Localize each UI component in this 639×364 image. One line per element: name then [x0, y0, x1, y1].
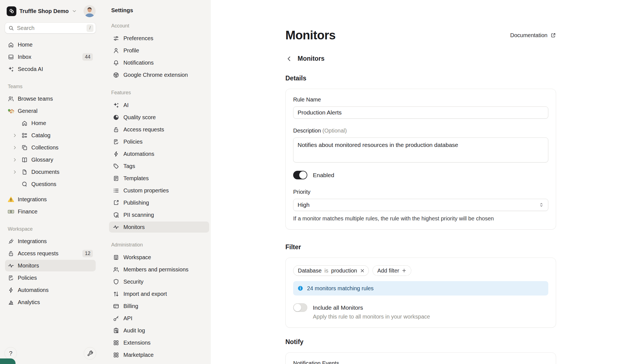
description-textarea[interactable]: Notifies about monitored resources in th… [293, 138, 548, 162]
rule-name-input[interactable] [293, 106, 548, 119]
settings-nav: Settings Account Preferences Profile [101, 0, 211, 364]
sidebar-item[interactable]: Questions [5, 178, 96, 190]
item-icon [8, 66, 14, 72]
item-label: Marketplace [123, 352, 154, 358]
sidebar-item[interactable]: Browse teams [5, 93, 96, 105]
settings-nav-item[interactable]: Workspace [109, 252, 209, 263]
item-icon [8, 54, 14, 60]
add-filter-label: Add filter [377, 268, 399, 274]
sidebar-item[interactable]: Monitors [5, 260, 96, 271]
item-icon [113, 340, 119, 346]
settings-nav-item[interactable]: PII scanning [109, 209, 209, 220]
include-all-monitors-toggle[interactable] [293, 303, 307, 312]
item-label: Billing [123, 303, 138, 309]
priority-label: Priority [293, 189, 548, 195]
enabled-toggle[interactable] [293, 171, 307, 179]
sidebar-item[interactable]: Home [5, 117, 96, 129]
item-icon [113, 200, 119, 206]
item-icon [8, 299, 14, 306]
priority-select[interactable]: High [293, 199, 548, 211]
search-box[interactable]: / [5, 23, 96, 33]
chevron-right-icon[interactable] [12, 169, 17, 175]
item-icon [21, 181, 28, 187]
section-items: AI Quality score Access requests Policie… [109, 100, 209, 233]
settings-nav-item[interactable]: Policies [109, 136, 209, 147]
filter-chip[interactable]: Database is production [293, 265, 369, 276]
add-filter-button[interactable]: Add filter [372, 265, 411, 276]
settings-nav-item[interactable]: Custom properties [109, 185, 209, 196]
user-avatar[interactable] [83, 5, 96, 17]
sidebar-item[interactable]: Policies [5, 272, 96, 284]
search-icon [8, 25, 14, 31]
matching-rules-text: 24 monitors matching rules [307, 285, 374, 292]
help-button[interactable]: ? [4, 347, 17, 360]
section-items: Preferences Profile Notifications Google… [109, 33, 209, 80]
settings-nav-item[interactable]: Notifications [109, 57, 209, 68]
settings-nav-item[interactable]: Billing [109, 301, 209, 312]
settings-nav-item[interactable]: Automations [109, 148, 209, 159]
settings-nav-item[interactable]: Members and permissions [109, 264, 209, 275]
chevron-right-icon[interactable] [12, 145, 17, 150]
sidebar-item[interactable]: Analytics [5, 296, 96, 308]
settings-nav-item[interactable]: Templates [109, 173, 209, 184]
item-label: Publishing [123, 200, 149, 206]
description-label: Description (Optional) [293, 128, 548, 134]
item-icon [113, 327, 119, 334]
sidebar-item[interactable]: Documents [5, 166, 96, 178]
item-label: Questions [31, 181, 56, 187]
sidebar-item[interactable]: Inbox 44 [5, 51, 96, 63]
chat-widget-corner[interactable] [0, 358, 16, 364]
back-button[interactable] [285, 55, 293, 62]
settings-nav-item[interactable]: Quality score [109, 112, 209, 123]
item-icon [113, 102, 119, 108]
sidebar-item[interactable]: Catalog [5, 129, 96, 141]
sidebar-item[interactable]: Integrations [5, 194, 96, 205]
item-icon [21, 169, 28, 175]
admin-tools-button[interactable] [84, 347, 96, 360]
item-icon [21, 120, 28, 126]
workspace-switcher[interactable]: Truffle Shop Demo [0, 0, 101, 17]
settings-nav-item[interactable]: Publishing [109, 197, 209, 208]
info-icon [297, 285, 303, 291]
sidebar-item[interactable]: General [5, 105, 96, 117]
sidebar-item[interactable]: Automations [5, 284, 96, 296]
sidebar-item[interactable]: Secoda AI [5, 63, 96, 75]
settings-nav-item[interactable]: Google Chrome extension [109, 69, 209, 80]
sidebar-item[interactable]: Collections [5, 142, 96, 153]
settings-nav-item[interactable]: Access requests [109, 124, 209, 135]
settings-title: Settings [111, 0, 209, 14]
sidebar-item[interactable]: Finance [5, 206, 96, 217]
chevron-right-icon[interactable] [12, 157, 17, 162]
item-icon [113, 315, 119, 322]
item-icon [8, 250, 14, 257]
item-label: Extensions [123, 340, 151, 346]
item-label: Profile [123, 47, 139, 54]
sidebar-item[interactable]: Glossary [5, 154, 96, 166]
item-label: Preferences [123, 35, 153, 42]
item-label: Glossary [31, 157, 53, 163]
settings-nav-item[interactable]: Extensions [109, 337, 209, 348]
item-icon [113, 254, 119, 261]
item-label: Inbox [18, 54, 31, 60]
documentation-link[interactable]: Documentation [510, 32, 556, 39]
settings-nav-item[interactable]: Import and export [109, 288, 209, 299]
settings-nav-item[interactable]: Tags [109, 161, 209, 172]
search-input[interactable] [17, 25, 84, 31]
settings-nav-item[interactable]: Audit log [109, 325, 209, 336]
chevron-right-icon[interactable] [12, 133, 17, 138]
sidebar-item[interactable]: Integrations [5, 235, 96, 247]
item-icon [113, 114, 119, 121]
sidebar-item[interactable]: Home [5, 39, 96, 50]
sidebar-item[interactable]: Access requests 12 [5, 248, 96, 259]
settings-nav-item[interactable]: Monitors [109, 222, 209, 233]
item-label: Automations [123, 151, 154, 157]
settings-nav-item[interactable]: Profile [109, 45, 209, 56]
settings-nav-item[interactable]: Security [109, 276, 209, 287]
settings-nav-item[interactable]: API [109, 313, 209, 324]
settings-nav-item[interactable]: Preferences [109, 33, 209, 44]
remove-filter-button[interactable] [360, 268, 365, 273]
settings-nav-item[interactable]: AI [109, 100, 209, 111]
plus-icon [402, 268, 407, 273]
notification-events-label: Notification Events [293, 360, 548, 364]
settings-nav-item[interactable]: Marketplace [109, 349, 209, 360]
